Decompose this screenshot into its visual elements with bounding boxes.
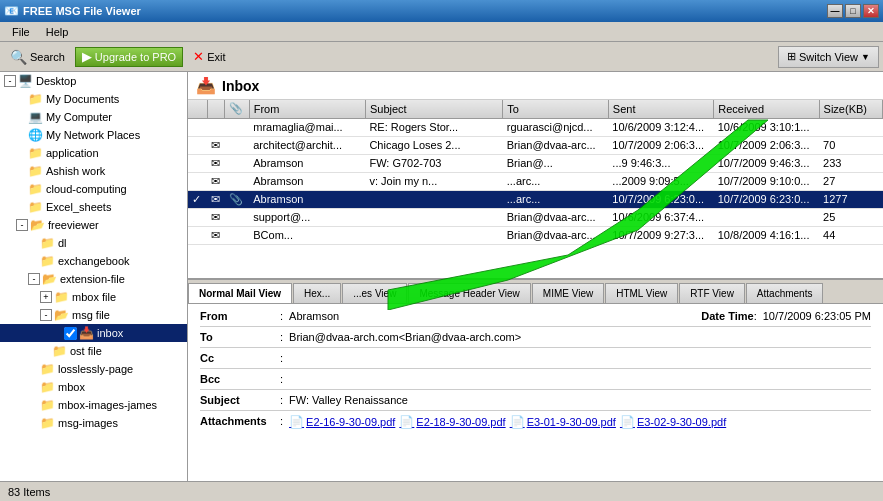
sidebar-item-losslessly-page[interactable]: 📁losslessly-page <box>0 360 187 378</box>
tree-expander[interactable]: + <box>40 291 52 303</box>
folder-icon: 📥 <box>79 326 94 340</box>
attachment-item[interactable]: 📄E2-18-9-30-09.pdf <box>399 415 505 429</box>
table-row[interactable]: ✓ ✉ 📎 Abramson ...arc... 10/7/2009 6:23:… <box>188 190 883 208</box>
detail-cc-row: Cc : <box>200 352 871 364</box>
tab-attachments[interactable]: Attachments <box>746 283 824 303</box>
attachment-item[interactable]: 📄E3-02-9-30-09.pdf <box>620 415 726 429</box>
folder-icon: 📁 <box>52 344 67 358</box>
cell-subject <box>365 190 502 208</box>
sidebar-item-my-docs[interactable]: 📁My Documents <box>0 90 187 108</box>
cell-flag: ✉ <box>207 226 225 244</box>
close-button[interactable]: ✕ <box>863 4 879 18</box>
sidebar-item-ost-file[interactable]: 📁ost file <box>0 342 187 360</box>
tree-expander[interactable]: - <box>16 219 28 231</box>
cell-attach <box>225 154 249 172</box>
sidebar-item-my-computer[interactable]: 💻My Computer <box>0 108 187 126</box>
cell-to: Brian@dvaa-arc... <box>503 136 609 154</box>
sidebar-item-msg-file[interactable]: -📂msg file <box>0 306 187 324</box>
attachment-item[interactable]: 📄E3-01-9-30-09.pdf <box>510 415 616 429</box>
exit-button[interactable]: ✕ Exit <box>187 46 231 68</box>
maximize-button[interactable]: □ <box>845 4 861 18</box>
tree-label: mbox-images-james <box>58 399 157 411</box>
sidebar-item-extension-file[interactable]: -📂extension-file <box>0 270 187 288</box>
table-row[interactable]: ✉ Abramson FW: G702-703 Brian@... ...9 9… <box>188 154 883 172</box>
cell-check <box>188 226 207 244</box>
col-received[interactable]: Received <box>714 100 819 118</box>
folder-icon: 📁 <box>40 236 55 250</box>
cell-received: 10/8/2009 4:16:1... <box>714 226 819 244</box>
sidebar-item-excel-sheets[interactable]: 📁Excel_sheets <box>0 198 187 216</box>
switch-view-chevron: ▼ <box>861 52 870 62</box>
sidebar-item-my-network[interactable]: 🌐My Network Places <box>0 126 187 144</box>
cell-size: 27 <box>819 172 882 190</box>
folder-icon: 📁 <box>40 362 55 376</box>
cell-received: 10/7/2009 9:46:3... <box>714 154 819 172</box>
switch-view-label: Switch View <box>799 51 858 63</box>
upgrade-button[interactable]: ▶ Upgrade to PRO <box>75 47 183 67</box>
tab-hex[interactable]: Hex... <box>293 283 341 303</box>
sidebar-item-msg-images[interactable]: 📁msg-images <box>0 414 187 432</box>
cell-from: mramaglia@mai... <box>249 118 365 136</box>
sidebar-item-dl[interactable]: 📁dl <box>0 234 187 252</box>
table-row[interactable]: mramaglia@mai... RE: Rogers Stor... rgua… <box>188 118 883 136</box>
col-attach[interactable]: 📎 <box>225 100 249 118</box>
search-button[interactable]: 🔍 Search <box>4 46 71 68</box>
col-size[interactable]: Size(KB) <box>819 100 882 118</box>
tree-checkbox[interactable] <box>64 327 77 340</box>
minimize-button[interactable]: — <box>827 4 843 18</box>
sidebar-item-ashish-work[interactable]: 📁Ashish work <box>0 162 187 180</box>
col-from[interactable]: From <box>249 100 365 118</box>
bcc-label: Bcc <box>200 373 280 385</box>
tree-expander[interactable]: - <box>40 309 52 321</box>
col-sent[interactable]: Sent <box>608 100 713 118</box>
folder-icon: 💻 <box>28 110 43 124</box>
tab-rtf[interactable]: RTF View <box>679 283 745 303</box>
to-label: To <box>200 331 280 343</box>
exit-icon: ✕ <box>193 49 204 64</box>
cell-to: Brian@dvaa-arc... <box>503 208 609 226</box>
table-row[interactable]: ✉ support@... Brian@dvaa-arc... 10/6/200… <box>188 208 883 226</box>
table-row[interactable]: ✉ BCom... Brian@dvaa-arc... 10/7/2009 9:… <box>188 226 883 244</box>
menu-help[interactable]: Help <box>38 24 77 40</box>
sidebar-item-freeviewer[interactable]: -📂freeviewer <box>0 216 187 234</box>
cell-from: support@... <box>249 208 365 226</box>
sidebar-item-desktop[interactable]: -🖥️Desktop <box>0 72 187 90</box>
sidebar-scroll[interactable]: -🖥️Desktop📁My Documents💻My Computer🌐My N… <box>0 72 187 481</box>
cell-received: 10/7/2009 6:23:0... <box>714 190 819 208</box>
tree-label: cloud-computing <box>46 183 127 195</box>
tab-normal-mail[interactable]: Normal Mail View <box>188 283 292 303</box>
col-to[interactable]: To <box>503 100 609 118</box>
tab-message-header[interactable]: Message Header View <box>408 283 530 303</box>
cell-flag: ✉ <box>207 208 225 226</box>
tree-label: losslessly-page <box>58 363 133 375</box>
cell-to: ...arc... <box>503 172 609 190</box>
sidebar-item-inbox[interactable]: 📥inbox <box>0 324 187 342</box>
folder-icon: 📁 <box>40 416 55 430</box>
tree-expander[interactable]: - <box>28 273 40 285</box>
menu-file[interactable]: File <box>4 24 38 40</box>
switch-view-button[interactable]: ⊞ Switch View ▼ <box>778 46 879 68</box>
table-row[interactable]: ✉ Abramson v: Join my n... ...arc... ...… <box>188 172 883 190</box>
table-row[interactable]: ✉ architect@archit... Chicago Loses 2...… <box>188 136 883 154</box>
cell-sent: ...2009 9:09:5... <box>608 172 713 190</box>
sidebar-item-cloud-computing[interactable]: 📁cloud-computing <box>0 180 187 198</box>
sidebar-item-mbox-images-james[interactable]: 📁mbox-images-james <box>0 396 187 414</box>
tree-expander[interactable]: - <box>4 75 16 87</box>
col-subject[interactable]: Subject <box>365 100 502 118</box>
upgrade-label: Upgrade to PRO <box>95 51 176 63</box>
cell-subject: v: Join my n... <box>365 172 502 190</box>
sidebar: -🖥️Desktop📁My Documents💻My Computer🌐My N… <box>0 72 188 481</box>
tab-es-view[interactable]: ...es View <box>342 283 407 303</box>
sidebar-item-mbox[interactable]: 📁mbox <box>0 378 187 396</box>
sidebar-item-application[interactable]: 📁application <box>0 144 187 162</box>
email-table-container[interactable]: 📎 From Subject To Sent Received Size(KB)… <box>188 100 883 280</box>
attachment-item[interactable]: 📄E2-16-9-30-09.pdf <box>289 415 395 429</box>
col-flag[interactable] <box>207 100 225 118</box>
from-label: From <box>200 310 280 322</box>
sidebar-item-exchangebook[interactable]: 📁exchangebook <box>0 252 187 270</box>
col-check[interactable] <box>188 100 207 118</box>
sidebar-item-mbox-file[interactable]: +📁mbox file <box>0 288 187 306</box>
folder-icon: 📁 <box>40 254 55 268</box>
tab-mime[interactable]: MIME View <box>532 283 604 303</box>
tab-html[interactable]: HTML View <box>605 283 678 303</box>
